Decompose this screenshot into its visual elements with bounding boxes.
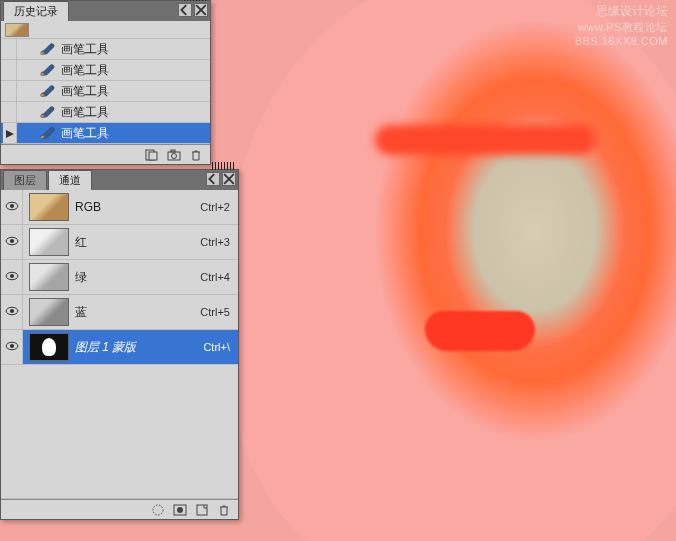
create-document-from-state-button[interactable] [142, 147, 162, 163]
history-item[interactable]: 画笔工具 [1, 123, 210, 144]
portrait-image [225, 0, 676, 541]
history-item-label: 画笔工具 [57, 125, 109, 142]
channel-name: RGB [75, 200, 200, 214]
watermark-line3: BBS.16XX8.COM [575, 34, 668, 48]
brush-tool-icon [37, 102, 57, 122]
channel-shortcut: Ctrl+3 [200, 236, 238, 248]
tab-history[interactable]: 历史记录 [3, 1, 69, 21]
svg-point-14 [9, 344, 13, 348]
channels-list: RGB Ctrl+2 红 Ctrl+3 绿 Ctrl+4 蓝 Ctrl+5 图层… [1, 190, 238, 365]
trash-icon [190, 149, 202, 161]
close-icon [223, 173, 235, 185]
visibility-toggle[interactable] [1, 330, 23, 364]
tab-layers[interactable]: 图层 [3, 170, 47, 190]
history-footer [1, 144, 210, 164]
svg-point-15 [153, 505, 163, 515]
visibility-toggle[interactable] [1, 190, 23, 224]
tab-channels[interactable]: 通道 [48, 170, 92, 190]
history-state-marker-col[interactable] [3, 102, 17, 122]
channel-item[interactable]: 图层 1 蒙版 Ctrl+\ [1, 330, 238, 365]
history-state-marker-col[interactable] [3, 39, 17, 59]
new-snapshot-button[interactable] [164, 147, 184, 163]
channels-collapse-button[interactable] [206, 172, 220, 186]
brush-tool-icon [37, 81, 57, 101]
watermark-line1: 思缘设计论坛 [575, 4, 668, 20]
chevron-left-icon [179, 4, 191, 16]
history-panel-tabs: 历史记录 [1, 1, 210, 21]
selection-circle-icon [151, 504, 165, 516]
history-close-button[interactable] [194, 3, 208, 17]
channel-name: 红 [75, 234, 200, 251]
channel-name: 图层 1 蒙版 [75, 339, 203, 356]
channel-shortcut: Ctrl+\ [203, 341, 238, 353]
save-selection-button[interactable] [170, 502, 190, 518]
brush-tool-icon [37, 60, 57, 80]
mask-icon [173, 504, 187, 516]
channel-shortcut: Ctrl+2 [200, 201, 238, 213]
channels-panel: 图层 通道 RGB Ctrl+2 红 Ctrl+3 绿 Ctrl+4 蓝 Ctr… [0, 169, 239, 520]
new-page-icon [195, 504, 209, 516]
history-item-label: 画笔工具 [57, 41, 109, 58]
eye-icon [5, 305, 19, 319]
channel-item[interactable]: 红 Ctrl+3 [1, 225, 238, 260]
history-item-label: 画笔工具 [57, 83, 109, 100]
chevron-left-icon [207, 173, 219, 185]
channels-panel-tabs: 图层 通道 [1, 170, 238, 190]
channel-shortcut: Ctrl+5 [200, 306, 238, 318]
history-state-marker-col[interactable] [3, 123, 17, 143]
eye-icon [5, 235, 19, 249]
svg-point-3 [172, 153, 177, 158]
channel-thumbnail [29, 333, 69, 361]
snapshot-thumbnail [5, 23, 29, 37]
load-selection-button[interactable] [148, 502, 168, 518]
channel-thumbnail [29, 263, 69, 291]
visibility-toggle[interactable] [1, 260, 23, 294]
history-item-label: 画笔工具 [57, 104, 109, 121]
history-list: 画笔工具 画笔工具 画笔工具 画笔工具 画笔工具 [1, 39, 210, 144]
channel-item[interactable]: 绿 Ctrl+4 [1, 260, 238, 295]
channels-footer [1, 499, 238, 519]
channel-name: 绿 [75, 269, 200, 286]
history-panel: 历史记录 画笔工具 画笔工具 画笔工具 画笔工具 画笔工具 [0, 0, 211, 165]
history-item[interactable]: 画笔工具 [1, 60, 210, 81]
trash-icon [218, 504, 230, 516]
history-item[interactable]: 画笔工具 [1, 39, 210, 60]
history-snapshot-row[interactable] [1, 21, 210, 39]
svg-rect-18 [197, 505, 207, 515]
brush-tool-icon [37, 123, 57, 143]
history-item[interactable]: 画笔工具 [1, 81, 210, 102]
svg-point-8 [9, 239, 13, 243]
svg-point-10 [9, 274, 13, 278]
channel-thumbnail [29, 228, 69, 256]
delete-channel-button[interactable] [214, 502, 234, 518]
eye-icon [5, 270, 19, 284]
watermark: 思缘设计论坛 www.PS教程论坛 BBS.16XX8.COM [575, 4, 668, 48]
brush-tool-icon [37, 39, 57, 59]
svg-rect-4 [171, 150, 175, 152]
channel-item[interactable]: RGB Ctrl+2 [1, 190, 238, 225]
svg-point-6 [9, 204, 13, 208]
channel-shortcut: Ctrl+4 [200, 271, 238, 283]
channels-close-button[interactable] [222, 172, 236, 186]
new-channel-button[interactable] [192, 502, 212, 518]
history-item[interactable]: 画笔工具 [1, 102, 210, 123]
svg-rect-1 [149, 152, 157, 160]
svg-point-12 [9, 309, 13, 313]
new-doc-from-state-icon [145, 149, 159, 161]
channels-panel-grip[interactable] [212, 162, 236, 170]
history-state-marker-col[interactable] [3, 81, 17, 101]
channel-thumbnail [29, 298, 69, 326]
channel-item[interactable]: 蓝 Ctrl+5 [1, 295, 238, 330]
delete-state-button[interactable] [186, 147, 206, 163]
visibility-toggle[interactable] [1, 225, 23, 259]
channel-name: 蓝 [75, 304, 200, 321]
svg-point-17 [177, 507, 183, 513]
close-icon [195, 4, 207, 16]
visibility-toggle[interactable] [1, 295, 23, 329]
history-item-label: 画笔工具 [57, 62, 109, 79]
watermark-line2: www.PS教程论坛 [575, 20, 668, 34]
history-state-marker-col[interactable] [3, 60, 17, 80]
state-marker-icon [5, 128, 15, 138]
channels-empty-area [1, 365, 238, 499]
history-collapse-button[interactable] [178, 3, 192, 17]
